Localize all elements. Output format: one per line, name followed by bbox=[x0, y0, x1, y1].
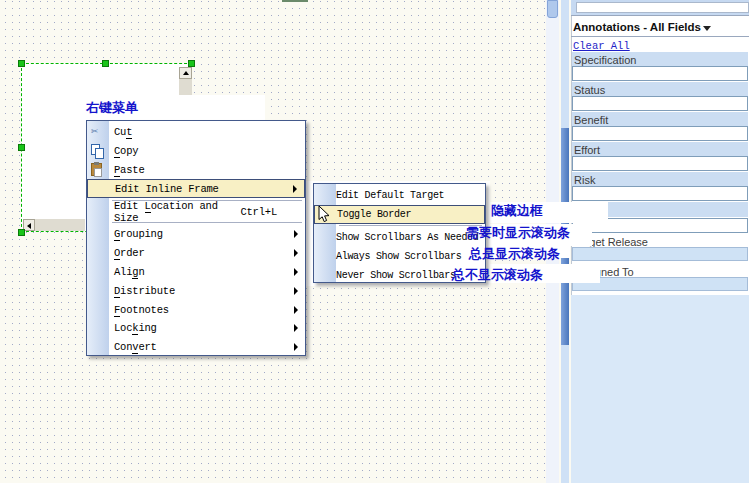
field-label-status: Status bbox=[572, 82, 748, 96]
widget-horizontal-scrollbar[interactable] bbox=[23, 219, 85, 231]
panel-top-textarea-fragment bbox=[576, 2, 749, 13]
menu-item-distribute[interactable]: Distribute bbox=[87, 281, 305, 300]
copy-icon bbox=[91, 144, 104, 158]
menu-item-copy[interactable]: Copy bbox=[87, 142, 305, 161]
note-toggle-border: 隐藏边框 bbox=[491, 202, 543, 220]
note-never-scrollbars: 总不显示滚动条 bbox=[452, 266, 543, 284]
selection-handle-bottom-left[interactable] bbox=[18, 229, 25, 236]
menu-item-locking[interactable]: Locking bbox=[87, 319, 305, 338]
selection-handle-left-mid[interactable] bbox=[18, 144, 25, 151]
menu-separator bbox=[339, 225, 482, 226]
submenu-item-show-scrollbars-as-needed[interactable]: Show Scrollbars As Needed bbox=[314, 228, 485, 247]
panel-lower-pane bbox=[571, 295, 749, 483]
target-release-input[interactable] bbox=[572, 247, 748, 261]
menu-item-footnotes[interactable]: Footnotes bbox=[87, 300, 305, 319]
menu-item-edit-location-and-size[interactable]: Edit Location and Size Ctrl+L bbox=[87, 202, 305, 221]
axure-canvas-screenshot: Annotations - All Fields Clear All Speci… bbox=[0, 0, 749, 483]
note-always-scrollbars: 总是显示滚动条 bbox=[469, 245, 560, 263]
benefit-input[interactable] bbox=[572, 126, 748, 141]
field-label-benefit: Benefit bbox=[572, 112, 748, 126]
left-arrow-icon bbox=[27, 223, 31, 229]
up-arrow-icon bbox=[183, 71, 189, 75]
submenu-item-toggle-border[interactable]: Toggle Border bbox=[314, 205, 485, 224]
note-right-click-menu: 右键菜单 bbox=[86, 99, 138, 117]
widget-fragment-top bbox=[282, 0, 308, 2]
mouse-cursor-icon bbox=[318, 205, 330, 223]
scissors-icon: ✂ bbox=[91, 125, 98, 139]
menu-item-convert[interactable]: Convert bbox=[87, 338, 305, 357]
specification-input[interactable] bbox=[572, 66, 748, 81]
menu-item-edit-inline-frame[interactable]: Edit Inline Frame bbox=[87, 179, 305, 198]
panel-divider bbox=[571, 15, 749, 16]
field-label-effort: Effort bbox=[572, 142, 748, 156]
menu-item-order[interactable]: Order bbox=[87, 244, 305, 263]
submenu-item-edit-default-target[interactable]: Edit Default Target bbox=[314, 186, 485, 205]
field-label-specification: Specification bbox=[572, 52, 748, 66]
status-input[interactable] bbox=[572, 96, 748, 111]
canvas-scrollbar-thumb[interactable] bbox=[547, 0, 558, 18]
note-scrollbars-as-needed: 需要时显示滚动条 bbox=[466, 224, 570, 242]
selection-handle-top-mid[interactable] bbox=[102, 60, 109, 67]
menu-item-grouping[interactable]: Grouping bbox=[87, 225, 305, 244]
context-menu: ✂ Cut Copy Paste Edit Inline Frame Edit … bbox=[86, 120, 306, 356]
field-label-risk: Risk bbox=[572, 172, 748, 186]
selection-handle-top-left[interactable] bbox=[18, 60, 25, 67]
submenu-item-always-show-scrollbars[interactable]: Always Show Scrollbars bbox=[314, 247, 485, 266]
scroll-up-button[interactable] bbox=[179, 67, 192, 79]
effort-input[interactable] bbox=[572, 156, 748, 171]
chevron-down-icon[interactable] bbox=[703, 26, 711, 31]
menu-item-cut[interactable]: ✂ Cut bbox=[87, 123, 305, 142]
menu-item-paste[interactable]: Paste bbox=[87, 161, 305, 180]
menu-item-align[interactable]: Align bbox=[87, 263, 305, 282]
clear-all-link[interactable]: Clear All bbox=[573, 40, 630, 52]
risk-input[interactable] bbox=[572, 186, 748, 201]
paste-icon bbox=[91, 163, 102, 176]
panel-divider bbox=[571, 36, 749, 37]
selection-handle-top-right[interactable] bbox=[188, 60, 195, 67]
